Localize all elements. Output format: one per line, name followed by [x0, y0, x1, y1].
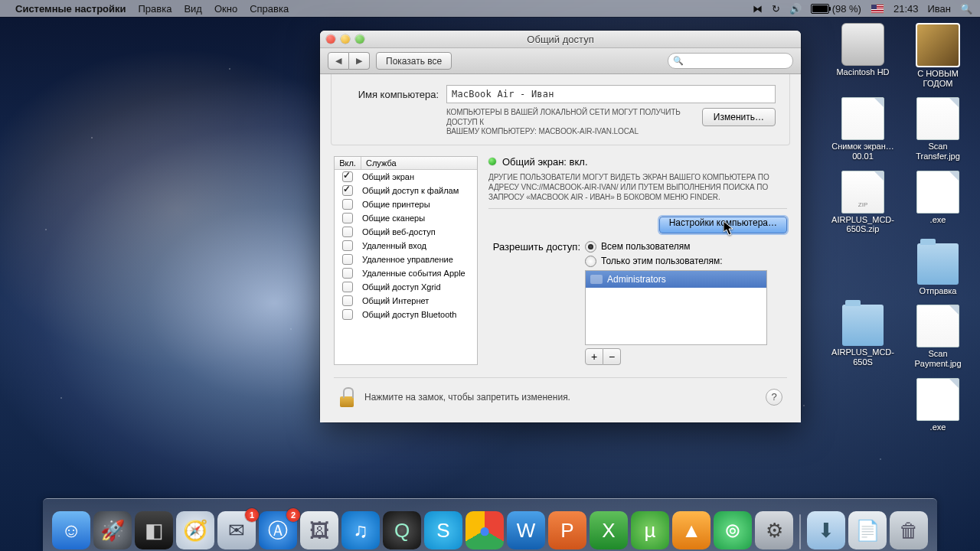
service-row[interactable]: Общий веб-доступ [335, 225, 477, 239]
dock: ☺🚀◧🧭✉1Ⓐ2🖼♫QS●WPXµ▲⊚⚙⬇📄🗑 [43, 498, 937, 551]
input-source[interactable] [871, 4, 884, 14]
file-icon [916, 378, 959, 421]
dock-safari[interactable]: 🧭 [176, 511, 214, 549]
user-menu[interactable]: Иван [927, 3, 951, 15]
dock-chrome[interactable]: ● [466, 511, 504, 549]
desktop-item[interactable]: .exe [906, 378, 969, 432]
dock-finder[interactable]: ☺ [52, 511, 90, 549]
help-button[interactable]: ? [766, 389, 782, 406]
timemachine-icon[interactable]: ↻ [772, 3, 780, 15]
computer-settings-button[interactable]: Настройки компьютера… [659, 217, 787, 233]
show-all-button[interactable]: Показать все [376, 52, 452, 70]
zoom-button[interactable] [355, 34, 364, 44]
dock-downloads[interactable]: ⬇ [807, 511, 845, 549]
desktop-item-label: Снимок экран…00.01 [831, 142, 894, 161]
service-row[interactable]: Удаленное управление [335, 253, 477, 266]
desktop-item[interactable]: Отправка [906, 243, 969, 296]
app-menu[interactable]: Системные настройки [15, 3, 126, 15]
desktop-item[interactable]: Снимок экран…00.01 [831, 97, 894, 161]
dock-airport[interactable]: ⊚ [714, 511, 752, 549]
service-name: Общий Интернет [361, 296, 477, 305]
zip-icon [841, 171, 884, 214]
dock-trash[interactable]: 🗑 [890, 511, 928, 549]
desktop-item[interactable]: Scan Payment.jpg [906, 305, 969, 368]
menu-view[interactable]: Вид [184, 3, 202, 15]
desktop-item[interactable]: AIRPLUS_MCD-650S.zip [831, 171, 894, 234]
service-row[interactable]: Удаленный вход [335, 239, 477, 253]
dock-stack[interactable]: 📄 [848, 511, 887, 549]
service-name: Удаленный вход [361, 241, 477, 250]
dock-quicktime[interactable]: Q [383, 511, 421, 549]
menu-window[interactable]: Окно [214, 3, 237, 15]
service-row[interactable]: Общий доступ Xgrid [335, 280, 477, 294]
dock-preview[interactable]: 🖼 [300, 511, 338, 549]
service-row[interactable]: Общий доступ Bluetooth [335, 308, 477, 321]
desktop-item[interactable]: Scan Transfer.jpg [906, 97, 969, 161]
dock-launchpad[interactable]: 🚀 [93, 511, 132, 549]
dock-skype[interactable]: S [424, 511, 462, 549]
computer-name-field[interactable]: MacBook Air - Иван [446, 85, 776, 103]
lock-icon[interactable] [338, 387, 355, 407]
services-table: Вкл. Служба Общий экранОбщий доступ к фа… [334, 156, 478, 365]
desktop-item-label: С НОВЫМ ГОДОМ [906, 69, 969, 88]
service-checkbox[interactable] [342, 185, 353, 196]
computer-name-label: Имя компьютера: [345, 89, 439, 100]
service-name: Общие сканеры [361, 214, 477, 223]
remove-user-button[interactable]: − [603, 348, 621, 365]
titlebar[interactable]: Общий доступ [320, 31, 801, 48]
service-checkbox[interactable] [342, 199, 353, 210]
minimize-button[interactable] [341, 34, 350, 44]
spotlight-icon[interactable]: 🔍 [960, 3, 972, 15]
menu-help[interactable]: Справка [250, 3, 289, 15]
service-row[interactable]: Общий Интернет [335, 294, 477, 308]
dock-utorrent[interactable]: µ [631, 511, 669, 549]
search-field[interactable]: 🔍 [668, 53, 793, 69]
volume-icon[interactable]: 🔊 [789, 3, 802, 15]
desktop-item-label: Scan Transfer.jpg [906, 142, 969, 161]
dock-powerpoint[interactable]: P [548, 511, 586, 549]
desktop-item[interactable]: .exe [906, 171, 969, 234]
user-row[interactable]: Administrators [586, 271, 766, 288]
clock[interactable]: 21:43 [893, 3, 919, 15]
dock-appstore[interactable]: Ⓐ2 [259, 511, 297, 549]
service-checkbox[interactable] [342, 268, 353, 279]
forward-button[interactable]: ▶ [349, 52, 370, 70]
add-user-button[interactable]: + [585, 348, 603, 365]
bluetooth-icon[interactable]: ⧓ [753, 3, 763, 15]
service-row[interactable]: Общие принтеры [335, 197, 477, 211]
status-title: Общий экран: вкл. [502, 156, 588, 168]
jpg-icon [916, 97, 959, 140]
dock-mission[interactable]: ◧ [135, 511, 173, 549]
desktop-item[interactable]: AIRPLUS_MCD-650S [831, 305, 894, 368]
dock-sysprefs[interactable]: ⚙ [755, 511, 793, 549]
service-checkbox[interactable] [342, 240, 353, 251]
dock-word[interactable]: W [507, 511, 545, 549]
service-checkbox[interactable] [342, 213, 353, 223]
service-checkbox[interactable] [342, 309, 353, 320]
service-checkbox[interactable] [342, 171, 353, 182]
service-checkbox[interactable] [342, 282, 353, 292]
img-icon [916, 23, 960, 67]
desktop-item[interactable]: С НОВЫМ ГОДОМ [906, 23, 969, 88]
edit-hostname-button[interactable]: Изменить… [702, 108, 776, 126]
service-checkbox[interactable] [342, 254, 353, 265]
close-button[interactable] [326, 34, 335, 44]
dock-itunes[interactable]: ♫ [341, 511, 380, 549]
service-row[interactable]: Удаленные события Apple [335, 266, 477, 280]
service-row[interactable]: Общий доступ к файлам [335, 184, 477, 197]
dock-excel[interactable]: X [590, 511, 628, 549]
battery-status[interactable]: (98 %) [811, 3, 861, 15]
desktop-item-label: Отправка [920, 286, 957, 296]
service-row[interactable]: Общий экран [335, 170, 477, 184]
service-checkbox[interactable] [342, 295, 353, 306]
users-list[interactable]: Administrators [585, 270, 767, 345]
service-row[interactable]: Общие сканеры [335, 211, 477, 225]
dock-mail[interactable]: ✉1 [217, 511, 256, 549]
radio-only-users[interactable] [585, 256, 596, 267]
desktop-item[interactable]: Macintosh HD [831, 23, 894, 88]
menu-edit[interactable]: Правка [139, 3, 172, 15]
service-checkbox[interactable] [342, 227, 353, 237]
back-button[interactable]: ◀ [328, 52, 349, 70]
radio-all-users[interactable] [585, 241, 596, 253]
dock-vlc[interactable]: ▲ [672, 511, 710, 549]
